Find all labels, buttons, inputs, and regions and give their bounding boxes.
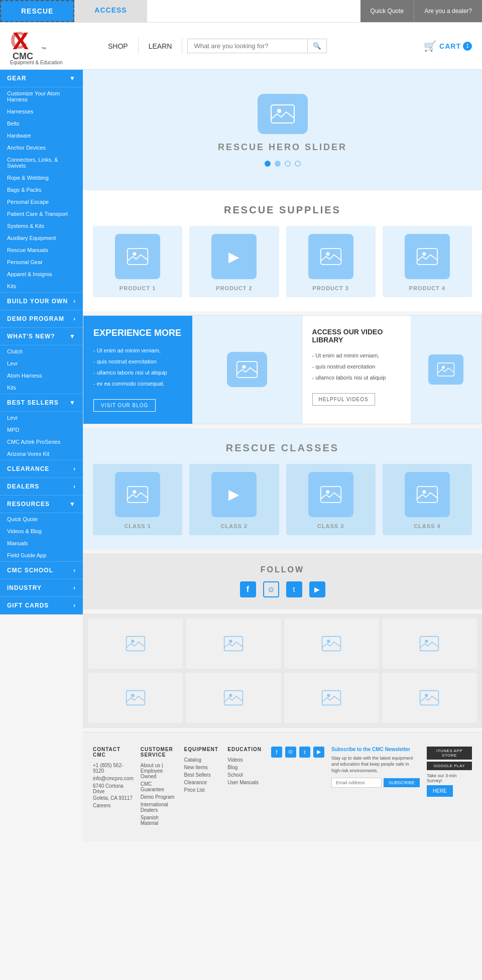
product-card-4[interactable]: PRODUCT 4 xyxy=(383,226,472,297)
footer-equip-5[interactable]: Price List xyxy=(184,787,220,793)
grid-img-6[interactable] xyxy=(186,673,281,723)
sidebar-item-personal-gear[interactable]: Personal Gear xyxy=(0,256,83,268)
dot-3[interactable] xyxy=(285,161,291,167)
sidebar-industry-header[interactable]: INDUSTRY› xyxy=(0,579,83,597)
twitter-icon[interactable]: t xyxy=(286,581,302,597)
rescue-tab[interactable]: RESCUE xyxy=(0,0,74,22)
grid-img-8[interactable] xyxy=(382,673,477,723)
product-card-2[interactable]: ▶ PRODUCT 2 xyxy=(189,226,279,297)
footer-cs-2[interactable]: CMC Guarantee xyxy=(141,781,177,792)
sidebar-item-clutch[interactable]: Clutch xyxy=(0,345,83,357)
class-card-3[interactable]: CLASS 3 xyxy=(286,464,376,535)
footer-edu-3[interactable]: School xyxy=(227,772,264,778)
class-card-2[interactable]: ▶ CLASS 2 xyxy=(189,464,279,535)
sidebar-item-atom-harness[interactable]: Atom Harness xyxy=(0,370,83,382)
survey-here-button[interactable]: HERE xyxy=(427,785,453,797)
quick-quote-link[interactable]: Quick Quote xyxy=(360,1,415,22)
sidebar-build-header[interactable]: BUILD YOUR OWN› xyxy=(0,292,83,310)
product-card-1[interactable]: PRODUCT 1 xyxy=(93,226,182,297)
sidebar-item-belts[interactable]: Belts xyxy=(0,117,83,130)
footer-equip-1[interactable]: Catalog xyxy=(184,757,220,763)
slider-dots[interactable] xyxy=(265,161,301,167)
sidebar-clearance-header[interactable]: CLEARANCE› xyxy=(0,460,83,478)
newsletter-subscribe-button[interactable]: SUBSCRIBE xyxy=(384,778,420,787)
footer-ig-icon[interactable]: ⊙ xyxy=(285,747,296,758)
class-card-1[interactable]: CLASS 1 xyxy=(93,464,182,535)
sidebar-item-quick-quote[interactable]: Quick Quote xyxy=(0,513,83,525)
sidebar-item-aztek[interactable]: CMC Aztek ProSeries xyxy=(0,436,83,448)
sidebar-item-rope[interactable]: Rope & Webbing xyxy=(0,172,83,184)
sidebar-bestsellers-header[interactable]: BEST SELLERS▼ xyxy=(0,394,83,412)
dot-4[interactable] xyxy=(295,161,301,167)
cart-area[interactable]: 🛒 CART 1 xyxy=(424,40,472,52)
cmc-logo[interactable]: X C CMC ™ xyxy=(10,27,55,62)
sidebar-item-connectors[interactable]: Connectors, Links, & Swivels xyxy=(0,154,83,172)
newsletter-email-input[interactable] xyxy=(331,778,382,788)
sidebar-item-customize[interactable]: Customize Your Atom Harness xyxy=(0,87,83,105)
sidebar-demo-header[interactable]: DEMO PROGRAM› xyxy=(0,310,83,328)
itunes-app-button[interactable]: ITUNES APP STORE xyxy=(427,747,472,760)
footer-equip-4[interactable]: Clearance xyxy=(184,780,220,785)
sidebar-item-kits[interactable]: Kits xyxy=(0,280,83,292)
sidebar-item-videos-blog[interactable]: Videos & Blog xyxy=(0,525,83,537)
youtube-icon[interactable]: ▶ xyxy=(309,581,325,597)
shop-nav-link[interactable]: SHOP xyxy=(98,38,139,54)
footer-edu-2[interactable]: Blog xyxy=(227,765,264,770)
search-button[interactable]: 🔍 xyxy=(308,39,327,53)
sidebar-cmcschool-header[interactable]: CMC SCHOOL› xyxy=(0,561,83,579)
sidebar-item-apparel[interactable]: Apparel & Insignia xyxy=(0,268,83,280)
search-input[interactable] xyxy=(187,39,308,53)
sidebar-item-mpd[interactable]: MPD xyxy=(0,424,83,436)
sidebar-item-systems[interactable]: Systems & Kits xyxy=(0,220,83,232)
sidebar-item-levr[interactable]: Levr xyxy=(0,357,83,370)
grid-img-7[interactable] xyxy=(284,673,379,723)
sidebar-item-anchor[interactable]: Anchor Devices xyxy=(0,142,83,154)
sidebar-item-bags[interactable]: Bags & Packs xyxy=(0,184,83,196)
grid-img-5[interactable] xyxy=(88,673,183,723)
google-play-button[interactable]: GOOGLE PLAY xyxy=(427,762,472,770)
footer-edu-4[interactable]: User Manuals xyxy=(227,780,264,785)
learn-nav-link[interactable]: LEARN xyxy=(139,38,183,54)
sidebar-dealers-header[interactable]: DEALERS› xyxy=(0,478,83,496)
dot-1[interactable] xyxy=(265,161,271,167)
sidebar-whatsnew-header[interactable]: WHAT'S NEW?▼ xyxy=(0,328,83,345)
grid-img-2[interactable] xyxy=(186,619,281,669)
grid-img-4[interactable] xyxy=(382,619,477,669)
sidebar-item-arizona[interactable]: Arizona Vorex Kit xyxy=(0,448,83,460)
dot-2[interactable] xyxy=(275,161,281,167)
product-card-3[interactable]: PRODUCT 3 xyxy=(286,226,376,297)
footer-edu-1[interactable]: Videos xyxy=(227,757,264,763)
sidebar-item-hardware[interactable]: Hardware xyxy=(0,130,83,142)
footer-cs-5[interactable]: Spanish Material xyxy=(141,815,177,826)
footer-cs-3[interactable]: Demo Program xyxy=(141,794,177,800)
footer-fb-icon[interactable]: f xyxy=(271,747,282,758)
footer-cs-1[interactable]: About us | Employee Owned xyxy=(141,763,177,779)
footer-email[interactable]: info@cmcpro.com xyxy=(93,776,134,781)
footer-cs-4[interactable]: International Dealers xyxy=(141,802,177,813)
footer-equip-3[interactable]: Best Sellers xyxy=(184,772,220,778)
sidebar-item-personal-escape[interactable]: Personal Escape xyxy=(0,196,83,208)
footer-tw-icon[interactable]: t xyxy=(299,747,310,758)
footer-equip-2[interactable]: New Items xyxy=(184,765,220,770)
helpful-videos-button[interactable]: HELPFUL VIDEOS xyxy=(312,393,375,406)
sidebar-item-field-guide[interactable]: Field Guide App xyxy=(0,549,83,561)
sidebar-item-patient[interactable]: Patient Care & Transport xyxy=(0,208,83,220)
sidebar-giftcards-header[interactable]: GIFT CARDS› xyxy=(0,597,83,615)
instagram-icon[interactable]: ⊙ xyxy=(263,581,279,597)
sidebar-gear-header[interactable]: GEAR▼ xyxy=(0,70,83,87)
grid-img-1[interactable] xyxy=(88,619,183,669)
facebook-icon[interactable]: f xyxy=(240,581,256,597)
class-card-4[interactable]: CLASS 4 xyxy=(383,464,472,535)
visit-blog-button[interactable]: VISIT OUR BLOG xyxy=(93,399,156,412)
sidebar-item-auxiliary[interactable]: Auxiliary Equipment xyxy=(0,232,83,244)
sidebar-item-manuals[interactable]: Rescue Manuals xyxy=(0,244,83,256)
sidebar-item-levr2[interactable]: Levr xyxy=(0,412,83,424)
footer-careers[interactable]: Careers xyxy=(93,803,134,808)
sidebar-item-kits2[interactable]: Kits xyxy=(0,382,83,394)
footer-phone[interactable]: +1 (805) 562-9120 xyxy=(93,763,134,774)
access-tab[interactable]: ACCESS xyxy=(74,0,147,22)
footer-yt-icon[interactable]: ▶ xyxy=(313,747,324,758)
sidebar-resources-header[interactable]: RESOURCES▼ xyxy=(0,496,83,513)
dealer-link[interactable]: Are you a dealer? xyxy=(414,1,482,22)
grid-img-3[interactable] xyxy=(284,619,379,669)
